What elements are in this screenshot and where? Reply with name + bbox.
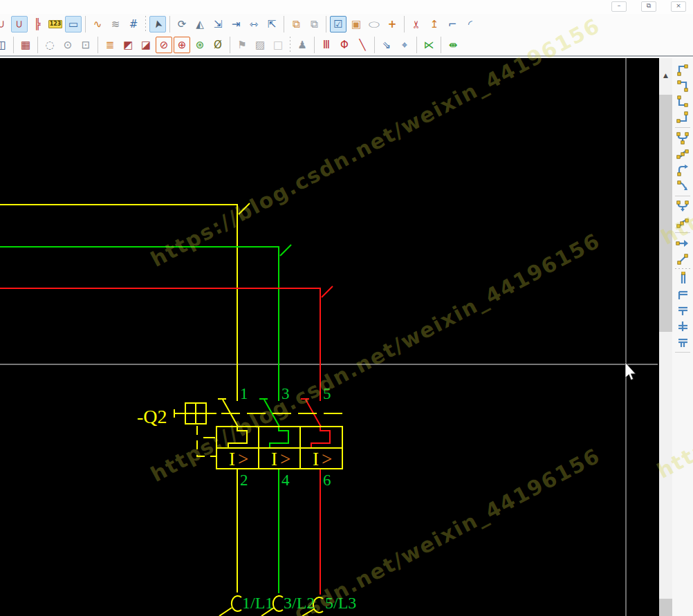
terminal-strip-icon[interactable]: ≣ xyxy=(102,37,118,53)
toolbar-separator xyxy=(85,16,86,32)
align-connect-icon: ⇼ xyxy=(449,39,458,51)
scroll-up-arrow-icon[interactable]: ▲ xyxy=(659,58,672,93)
busbar-cross-icon[interactable] xyxy=(676,319,690,333)
align-connect-icon[interactable]: ⇼ xyxy=(445,37,461,53)
tnode-diag-arrow-icon[interactable] xyxy=(676,179,690,193)
plc-point2-icon[interactable]: ⊕ xyxy=(174,37,190,53)
grid-snap-icon[interactable]: # xyxy=(125,16,142,32)
potential-icon[interactable]: Ø xyxy=(210,37,226,53)
toolbar-row-1: ⊃⊃╠123▭∿≋#➤⟳◭⇲⇥⇿⇱⧉⧉☑▣◯+✂↥⌐◜ xyxy=(0,14,693,35)
corner-angle-icon[interactable]: ⌐ xyxy=(444,16,461,32)
copy-icon[interactable]: ⧉ xyxy=(288,16,304,32)
duplicate-icon: ⧉ xyxy=(311,18,318,30)
sidebar-separator xyxy=(675,127,690,128)
tnode-snake-icon[interactable] xyxy=(676,216,690,230)
signal-line-icon: ∿ xyxy=(93,18,102,30)
device-navigator-icon[interactable]: ▦ xyxy=(17,37,34,53)
select-box-icon: ▣ xyxy=(351,18,361,30)
connection-symbols-sidebar xyxy=(672,58,693,616)
tnode-corner-arrow-icon[interactable] xyxy=(676,163,690,177)
plc-point-icon[interactable]: ⊘ xyxy=(156,37,172,53)
mirror-icon: ◭ xyxy=(196,18,204,30)
mirror-icon[interactable]: ◭ xyxy=(192,16,208,32)
branch-connect-icon[interactable]: ╠ xyxy=(29,16,46,32)
curve-pointer-icon[interactable]: ⇘ xyxy=(378,37,395,53)
magnet-half-icon[interactable]: ⊃ xyxy=(0,16,10,32)
scrollbar-bottom-button[interactable] xyxy=(659,599,672,616)
curve-pointer-icon: ⇘ xyxy=(382,39,391,51)
extend-arrow-icon[interactable]: ↥ xyxy=(426,16,443,32)
tnode-merge-down-icon[interactable] xyxy=(676,200,690,214)
interruption-green-icon[interactable]: ⊛ xyxy=(192,37,208,53)
numbering-icon[interactable]: 123 xyxy=(47,16,64,32)
select-add-icon[interactable]: + xyxy=(384,16,400,32)
select-add-icon: + xyxy=(388,18,397,30)
interruption-arrow-icon[interactable] xyxy=(676,236,690,250)
resize-corner-icon: ⇱ xyxy=(268,18,277,30)
device-connect-icon: ◩ xyxy=(123,39,133,51)
snap-magnet-icon: ⊃ xyxy=(13,20,26,29)
insert-window-icon[interactable]: ◫ xyxy=(0,37,10,53)
minimize-button[interactable]: – xyxy=(611,1,627,12)
tnode-zigzag-icon[interactable] xyxy=(676,147,690,161)
toolbar-separator xyxy=(290,37,290,53)
device-connect-icon[interactable]: ◩ xyxy=(120,37,136,53)
trim-icon[interactable]: ✂ xyxy=(408,16,425,32)
busbar-double-tee-icon[interactable] xyxy=(676,335,690,349)
angle-up-right-icon[interactable] xyxy=(676,63,690,77)
angle-left-up-icon[interactable] xyxy=(676,111,690,124)
round-corner-icon[interactable]: ◜ xyxy=(462,16,479,32)
target-point-icon[interactable]: ⌖ xyxy=(396,37,413,53)
scale-icon[interactable]: ⇲ xyxy=(210,16,226,32)
hatch-area-icon[interactable]: ▨ xyxy=(252,37,268,53)
macro-multi-icon[interactable]: ◌ xyxy=(41,37,58,53)
duplicate-icon[interactable]: ⧉ xyxy=(306,16,322,32)
busbar-points-icon: Ⅲ xyxy=(323,39,330,51)
ghost-box-icon[interactable]: □ xyxy=(270,37,286,53)
toolbar-row-2: ◫▦◌⊙⊡≣◩◪⊘⊕⊛Ø⚑▨□♟ⅢΦ╲⇘⌖⋉⇼ xyxy=(0,35,693,57)
cursor-select-icon[interactable]: ➤ xyxy=(149,16,166,32)
copy-icon: ⧉ xyxy=(293,18,300,30)
tnode-down-icon[interactable] xyxy=(676,131,690,145)
select-confirm-icon[interactable]: ☑ xyxy=(330,16,346,32)
snap-magnet-icon[interactable]: ⊃ xyxy=(11,16,28,32)
potential-icon: Ø xyxy=(214,39,222,51)
ghost-box-icon: □ xyxy=(273,39,283,51)
busbar-vertical-icon[interactable] xyxy=(676,272,690,286)
busbar-points-icon[interactable]: Ⅲ xyxy=(318,37,335,53)
macro-box-icon[interactable]: ⊙ xyxy=(59,37,76,53)
terminal-strip-icon: ≣ xyxy=(106,39,115,51)
angle-down-right-icon[interactable] xyxy=(676,95,690,109)
toolbar-separator xyxy=(284,16,284,32)
macro-multi-icon: ◌ xyxy=(45,39,54,51)
sidebar-separator xyxy=(675,196,690,196)
signal-line-icon[interactable]: ∿ xyxy=(89,16,106,32)
macro-single-icon[interactable]: ⊡ xyxy=(77,37,94,53)
restore-button[interactable]: ⧉ xyxy=(641,1,656,12)
vertical-scrollbar[interactable]: ▲ xyxy=(659,58,672,616)
scrollbar-thumb[interactable] xyxy=(659,95,672,332)
resize-corner-icon[interactable]: ⇱ xyxy=(264,16,280,32)
connection-point-icon[interactable]: Φ xyxy=(336,37,353,53)
level-stamp-icon[interactable]: ♟ xyxy=(294,37,311,53)
green-node-icon[interactable]: ⋉ xyxy=(421,37,437,53)
diagonal-connection-icon[interactable] xyxy=(676,252,690,266)
angled-point-icon[interactable]: ╲ xyxy=(354,37,371,53)
move-right-icon[interactable]: ⇥ xyxy=(228,16,244,32)
select-box-icon[interactable]: ▣ xyxy=(348,16,364,32)
busbar-corner-icon[interactable] xyxy=(676,288,690,301)
arc-waves-icon[interactable]: ≋ xyxy=(107,16,124,32)
interruption-green-icon: ⊛ xyxy=(196,39,205,51)
stretch-icon[interactable]: ⇿ xyxy=(246,16,262,32)
select-oval-icon[interactable]: ◯ xyxy=(366,16,382,32)
angle-right-down-icon[interactable] xyxy=(676,79,690,93)
busbar-tee-icon[interactable] xyxy=(676,304,690,317)
numbering-icon: 123 xyxy=(48,20,63,28)
device-connect2-icon[interactable]: ◪ xyxy=(138,37,154,53)
flag-icon: ⚑ xyxy=(237,39,246,51)
rotate-icon[interactable]: ⟳ xyxy=(174,16,190,32)
dimension-box-icon[interactable]: ▭ xyxy=(65,16,82,32)
schematic-canvas[interactable] xyxy=(0,58,659,616)
close-button[interactable]: × xyxy=(671,1,686,12)
flag-icon[interactable]: ⚑ xyxy=(234,37,250,53)
